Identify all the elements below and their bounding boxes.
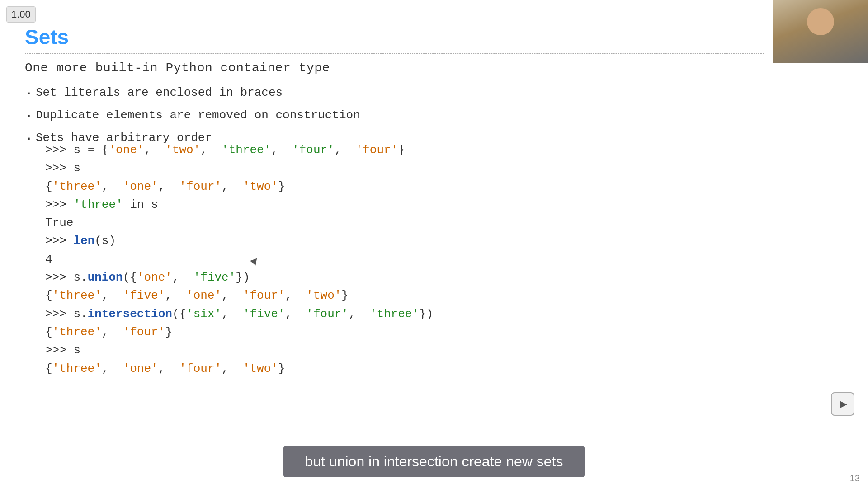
code-line-8: >>> s.union({'one', 'five'}) xyxy=(45,268,843,286)
webcam-feed xyxy=(773,0,868,63)
code-line-1: >>> s = {'one', 'two', 'three', 'four', … xyxy=(45,141,843,159)
slide-counter: 1.00 xyxy=(6,6,36,23)
bullet-text-1: Set literals are enclosed in braces xyxy=(36,86,283,99)
code-line-6: >>> len(s) xyxy=(45,232,843,250)
intro-text: One more built-in Python container type xyxy=(25,61,843,75)
code-line-10: >>> s.intersection({'six', 'five', 'four… xyxy=(45,305,843,323)
bullet-2: · Duplicate elements are removed on cons… xyxy=(25,108,843,123)
slide-content: One more built-in Python container type … xyxy=(25,61,843,154)
page-number: 13 xyxy=(850,473,860,483)
bullet-1: · Set literals are enclosed in braces xyxy=(25,86,843,100)
code-line-2: >>> s xyxy=(45,159,843,177)
play-button[interactable] xyxy=(831,392,854,416)
bullet-dot-3: · xyxy=(25,132,33,145)
bullet-dot-2: · xyxy=(25,109,33,123)
code-line-9: {'three', 'five', 'one', 'four', 'two'} xyxy=(45,286,843,305)
code-line-3: {'three', 'one', 'four', 'two'} xyxy=(45,178,843,196)
code-line-7: 4 xyxy=(45,250,843,268)
code-line-5: True xyxy=(45,214,843,232)
code-line-13: {'three', 'one', 'four', 'two'} xyxy=(45,360,843,378)
bullet-dot-1: · xyxy=(25,87,33,100)
subtitle-bar: but union in intersection create new set… xyxy=(283,446,585,477)
bullet-text-2: Duplicate elements are removed on constr… xyxy=(36,108,360,122)
webcam-person xyxy=(773,0,868,63)
code-line-12: >>> s xyxy=(45,341,843,359)
code-line-11: {'three', 'four'} xyxy=(45,323,843,341)
slide-divider xyxy=(25,53,764,54)
code-block: >>> s = {'one', 'two', 'three', 'four', … xyxy=(45,141,843,378)
slide-title: Sets xyxy=(25,25,69,49)
code-line-4: >>> 'three' in s xyxy=(45,196,843,214)
